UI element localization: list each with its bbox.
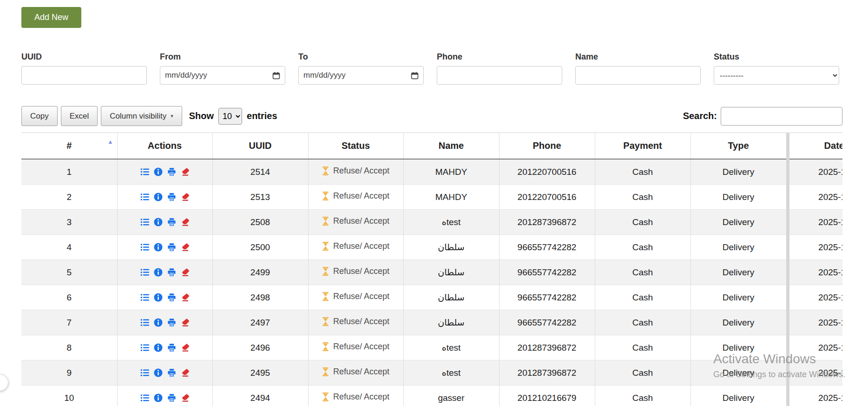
hourglass-icon [322, 166, 329, 175]
list-icon[interactable] [140, 393, 149, 402]
print-icon[interactable] [167, 218, 176, 226]
excel-button[interactable]: Excel [61, 106, 98, 126]
eraser-icon[interactable] [181, 243, 190, 252]
column-header-payment[interactable]: Payment [595, 133, 690, 160]
table-toolbar: Copy Excel Column visibility ▾ Show 10 e… [21, 106, 842, 126]
column-header-actions[interactable]: Actions [117, 133, 212, 160]
eraser-icon[interactable] [181, 393, 190, 402]
vertical-scrollbar[interactable] [786, 133, 789, 406]
eraser-icon[interactable] [181, 167, 190, 176]
list-icon[interactable] [140, 268, 149, 277]
print-icon[interactable] [167, 368, 176, 377]
eraser-icon[interactable] [181, 368, 190, 377]
table-row: 4 2500 [21, 235, 842, 260]
row-phone-cell: 201287396872 [499, 335, 595, 360]
row-status-cell: Refuse/ Accept [308, 260, 403, 285]
print-icon[interactable] [167, 343, 176, 352]
row-phone-cell: 201220700516 [499, 185, 595, 210]
column-header-phone[interactable]: Phone [499, 133, 595, 160]
list-icon[interactable] [140, 193, 149, 201]
eraser-icon[interactable] [181, 318, 190, 327]
info-icon[interactable] [154, 343, 163, 352]
row-name-cell: هtest [403, 360, 499, 386]
status-select[interactable]: --------- [714, 66, 839, 85]
row-actions-cell [117, 285, 212, 310]
status-text: Refuse/ Accept [333, 317, 389, 326]
row-phone-cell: 966557742282 [499, 285, 595, 310]
column-header-uuid[interactable]: UUID [212, 133, 308, 160]
from-date-input[interactable]: mm/dd/yyyy [160, 66, 285, 85]
row-uuid-cell: 2498 [212, 285, 308, 310]
column-header-status[interactable]: Status [308, 133, 403, 160]
phone-input[interactable] [442, 70, 557, 80]
add-new-button[interactable]: Add New [21, 7, 81, 28]
row-name-cell: سلطان [403, 310, 499, 335]
filter-from: From mm/dd/yyyy [160, 52, 285, 85]
uuid-input[interactable] [26, 70, 142, 80]
table-row: 3 2508 [21, 210, 842, 235]
name-input[interactable] [580, 70, 696, 80]
info-icon[interactable] [154, 368, 163, 377]
table-row: 6 2498 [21, 285, 842, 310]
copy-button[interactable]: Copy [21, 106, 58, 126]
print-icon[interactable] [167, 393, 176, 402]
list-icon[interactable] [140, 293, 149, 302]
eraser-icon[interactable] [181, 218, 190, 226]
info-icon[interactable] [154, 268, 163, 277]
calendar-icon[interactable] [411, 72, 419, 80]
row-name-cell: سلطان [403, 235, 499, 260]
list-icon[interactable] [140, 218, 149, 226]
print-icon[interactable] [167, 268, 176, 277]
name-input-box [575, 66, 701, 85]
row-type-cell: Delivery [690, 386, 786, 406]
eraser-icon[interactable] [181, 268, 190, 277]
hourglass-icon [322, 317, 329, 326]
row-index-cell: 10 [21, 386, 117, 406]
table-row: 8 2496 [21, 335, 842, 360]
column-visibility-button[interactable]: Column visibility ▾ [101, 106, 182, 126]
eraser-icon[interactable] [181, 293, 190, 302]
row-status-cell: Refuse/ Accept [308, 210, 403, 235]
hourglass-icon [322, 242, 329, 251]
page-length-select[interactable]: 10 [218, 108, 242, 125]
eraser-icon[interactable] [181, 193, 190, 201]
print-icon[interactable] [167, 318, 176, 327]
print-icon[interactable] [167, 193, 176, 201]
column-header-type[interactable]: Type [690, 133, 786, 160]
status-label: Status [714, 52, 839, 62]
info-icon[interactable] [154, 167, 163, 176]
info-icon[interactable] [154, 243, 163, 252]
print-icon[interactable] [167, 167, 176, 176]
info-icon[interactable] [154, 318, 163, 327]
row-type-cell: Delivery [690, 210, 786, 235]
list-icon[interactable] [140, 318, 149, 327]
table-row: 9 2495 [21, 360, 842, 386]
row-actions-cell [117, 360, 212, 386]
print-icon[interactable] [167, 293, 176, 302]
to-date-input[interactable]: mm/dd/yyyy [298, 66, 424, 85]
info-icon[interactable] [154, 218, 163, 226]
name-label: Name [575, 52, 701, 62]
info-icon[interactable] [154, 293, 163, 302]
print-icon[interactable] [167, 243, 176, 252]
info-icon[interactable] [154, 193, 163, 201]
search-input[interactable] [721, 107, 842, 126]
row-status-cell: Refuse/ Accept [308, 386, 403, 406]
row-uuid-cell: 2495 [212, 360, 308, 386]
eraser-icon[interactable] [181, 343, 190, 352]
list-icon[interactable] [140, 368, 149, 377]
row-uuid-cell: 2499 [212, 260, 308, 285]
list-icon[interactable] [140, 343, 149, 352]
list-icon[interactable] [140, 243, 149, 252]
calendar-icon[interactable] [272, 72, 280, 80]
column-header-index[interactable]: # ▲ [21, 133, 117, 160]
list-icon[interactable] [140, 167, 149, 176]
row-uuid-cell: 2500 [212, 235, 308, 260]
info-icon[interactable] [154, 393, 163, 402]
row-name-cell: سلطان [403, 260, 499, 285]
row-type-cell: Delivery [690, 260, 786, 285]
column-header-date[interactable]: Date [786, 133, 842, 160]
column-header-name[interactable]: Name [403, 133, 499, 160]
row-status-cell: Refuse/ Accept [308, 335, 403, 360]
row-type-cell: Delivery [690, 360, 786, 386]
